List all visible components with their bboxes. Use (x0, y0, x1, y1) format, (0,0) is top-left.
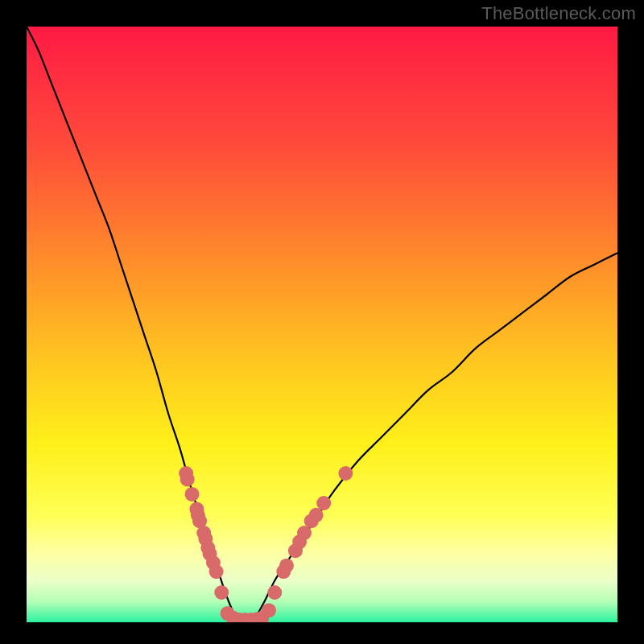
sample-dot (180, 472, 195, 486)
bottleneck-chart (0, 0, 644, 644)
sample-dot (279, 559, 294, 573)
sample-dot (209, 564, 224, 579)
sample-dot (262, 603, 276, 617)
watermark-text: TheBottleneck.com (481, 3, 636, 24)
plot-background (27, 27, 617, 622)
chart-stage: TheBottleneck.com (0, 0, 644, 644)
sample-dot (214, 585, 229, 600)
sample-dot (185, 487, 200, 502)
sample-dot (316, 496, 331, 510)
sample-dot (338, 466, 353, 481)
sample-dot (267, 585, 282, 600)
sample-dot (309, 508, 324, 522)
